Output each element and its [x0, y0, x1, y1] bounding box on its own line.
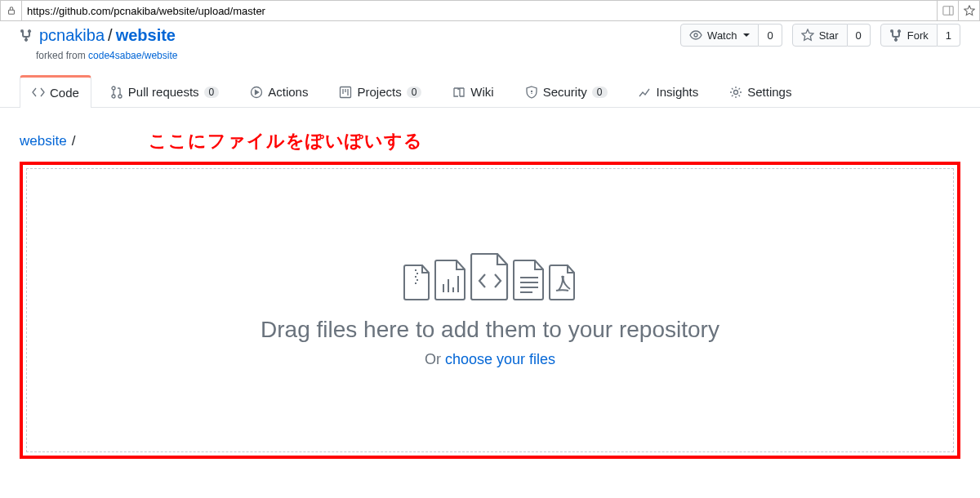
svg-point-3 [694, 33, 697, 37]
browser-url-bar[interactable]: https://github.com/pcnakiba/website/uplo… [0, 0, 980, 21]
file-type-icons [403, 253, 577, 300]
watch-button[interactable]: Watch [680, 24, 759, 47]
watch-count[interactable]: 0 [759, 24, 782, 47]
tab-actions[interactable]: Actions [238, 74, 320, 107]
graph-icon [639, 86, 652, 99]
tab-wiki[interactable]: Wiki [440, 74, 506, 107]
watch-group: Watch 0 [680, 24, 782, 47]
git-pull-request-icon [110, 86, 123, 99]
forked-from-line: forked from code4sabae/website [0, 47, 980, 74]
forked-prefix: forked from [36, 50, 88, 61]
star-label: Star [819, 29, 839, 42]
breadcrumb-root[interactable]: website [20, 133, 67, 149]
tab-projects-count: 0 [407, 87, 422, 98]
caret-down-icon [743, 33, 750, 37]
tab-pulls-label: Pull requests [128, 85, 199, 99]
svg-point-6 [118, 95, 122, 98]
file-pdf-icon [549, 265, 577, 300]
project-icon [339, 86, 352, 99]
tab-pulls[interactable]: Pull requests 0 [98, 74, 231, 107]
repo-name-link[interactable]: website [116, 26, 176, 45]
forked-from-link[interactable]: code4sabae/website [88, 50, 177, 61]
tab-projects[interactable]: Projects 0 [327, 74, 434, 107]
svg-point-5 [112, 95, 115, 98]
star-icon [801, 29, 814, 42]
fork-icon [889, 29, 902, 42]
dropzone-or: Or [425, 351, 445, 367]
repo-owner-link[interactable]: pcnakiba [39, 26, 105, 45]
tab-actions-label: Actions [268, 85, 308, 99]
svg-point-14 [734, 90, 738, 94]
tab-security[interactable]: Security 0 [513, 74, 620, 107]
repo-actions: Watch 0 Star 0 Fork 1 [680, 24, 960, 47]
gear-icon [729, 86, 742, 99]
book-icon [452, 86, 466, 99]
breadcrumb-sep: / [72, 133, 76, 149]
tab-settings[interactable]: Settings [717, 74, 804, 107]
file-chart-icon [434, 260, 467, 300]
tab-settings-label: Settings [747, 85, 791, 99]
shield-icon [525, 86, 538, 99]
fork-label: Fork [907, 29, 929, 42]
tab-insights[interactable]: Insights [626, 74, 711, 107]
choose-files-link[interactable]: choose your files [445, 351, 555, 367]
reader-icon[interactable] [937, 1, 958, 20]
tab-security-label: Security [543, 85, 587, 99]
tab-insights-label: Insights [657, 85, 699, 99]
tab-code[interactable]: Code [20, 75, 91, 108]
file-text-icon [513, 260, 546, 300]
url-text[interactable]: https://github.com/pcnakiba/website/uplo… [22, 5, 937, 17]
tab-projects-label: Projects [357, 85, 401, 99]
fork-button[interactable]: Fork [880, 24, 938, 47]
repo-forked-icon [20, 29, 33, 42]
star-button[interactable]: Star [792, 24, 848, 47]
dropzone-wrapper: Drag files here to add them to your repo… [0, 162, 980, 478]
star-count[interactable]: 0 [848, 24, 871, 47]
file-dropzone[interactable]: Drag files here to add them to your repo… [26, 168, 954, 452]
repo-header: pcnakiba / website Watch 0 Star 0 Fork 1 [0, 21, 980, 47]
annotation-text: ここにファイルをぽいぽいする [149, 129, 423, 153]
lock-icon [1, 1, 22, 20]
repo-sep: / [108, 26, 113, 45]
svg-point-12 [531, 91, 532, 91]
annotation-highlight-box: Drag files here to add them to your repo… [20, 162, 960, 459]
svg-rect-1 [942, 7, 952, 16]
browser-right-icons [937, 1, 979, 20]
repo-title: pcnakiba / website [20, 26, 176, 45]
dropzone-title: Drag files here to add them to your repo… [261, 317, 719, 343]
svg-point-4 [112, 87, 115, 90]
svg-rect-0 [8, 10, 14, 14]
tab-pulls-count: 0 [204, 87, 220, 98]
file-zip-icon [403, 265, 431, 300]
star-group: Star 0 [792, 24, 871, 47]
code-icon [32, 86, 45, 99]
dropzone-subtext: Or choose your files [425, 351, 555, 368]
eye-icon [689, 29, 702, 42]
file-code-icon [470, 253, 510, 300]
repo-tabs: Code Pull requests 0 Actions Projects 0 … [0, 74, 980, 108]
tab-code-label: Code [50, 86, 79, 100]
subheader: website / ここにファイルをぽいぽいする [0, 108, 980, 162]
star-outline-icon[interactable] [958, 1, 979, 20]
fork-group: Fork 1 [880, 24, 960, 47]
play-circle-icon [250, 86, 263, 99]
watch-label: Watch [707, 29, 737, 42]
tab-security-count: 0 [592, 87, 608, 98]
tab-wiki-label: Wiki [470, 85, 493, 99]
fork-count[interactable]: 1 [938, 24, 960, 47]
